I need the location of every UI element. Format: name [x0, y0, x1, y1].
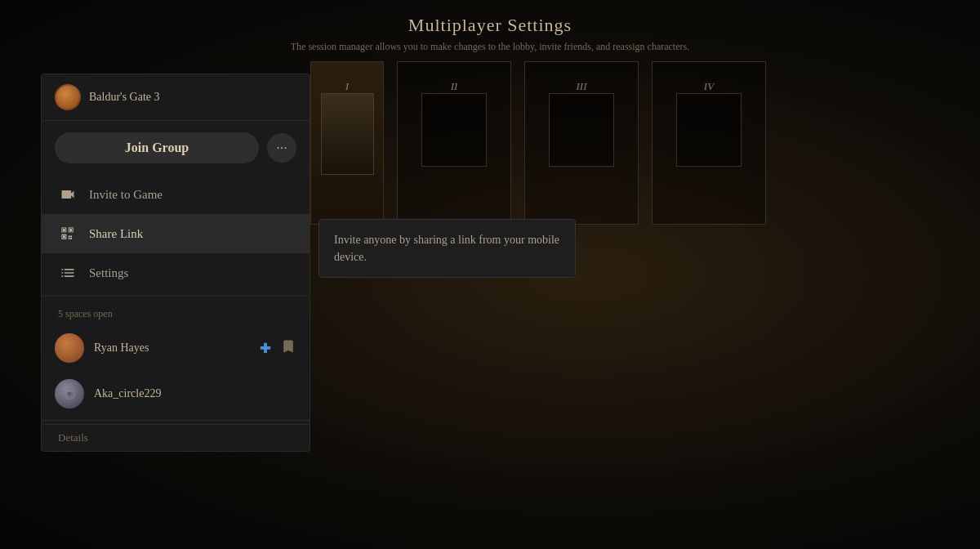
slot-4-portrait [676, 93, 742, 167]
invite-to-game-item[interactable]: Invite to Game [42, 175, 310, 214]
join-group-row: Join Group ··· [42, 121, 310, 175]
dropdown-panel: Baldur's Gate 3 Join Group ··· Invite to… [41, 74, 310, 452]
tooltip-text: Invite anyone by sharing a link from you… [334, 234, 559, 263]
share-link-item[interactable]: Share Link [42, 214, 310, 253]
slot-2-portrait [421, 93, 487, 167]
game-avatar [55, 84, 81, 110]
settings-label: Settings [89, 266, 128, 280]
share-link-icon [58, 224, 78, 243]
page-subtitle: The session manager allows you to make c… [291, 41, 689, 53]
aka-circle-name: Aka_circle229 [94, 387, 296, 400]
slot-2-label: II [451, 80, 458, 93]
slot-1-portrait [321, 93, 374, 175]
divider-2 [42, 420, 310, 421]
page-header: Multiplayer Settings The session manager… [291, 15, 689, 53]
spaces-open-label: 5 spaces open [42, 300, 310, 325]
divider-1 [42, 296, 310, 297]
bookmark-icon [280, 338, 296, 358]
game-avatar-inner [56, 86, 79, 109]
svg-point-1 [68, 392, 72, 396]
ryan-hayes-avatar [55, 333, 84, 363]
slot-1-label: I [345, 80, 349, 93]
details-label[interactable]: Details [42, 424, 310, 451]
invite-to-game-label: Invite to Game [89, 188, 163, 202]
ps-plus-icon: ✚ [260, 341, 270, 356]
page-title: Multiplayer Settings [291, 15, 689, 36]
settings-item[interactable]: Settings [42, 253, 310, 292]
slot-3[interactable]: III [524, 61, 639, 225]
settings-icon [58, 263, 78, 283]
slot-3-label: III [577, 80, 587, 93]
panel-header: Baldur's Gate 3 [42, 84, 310, 121]
slot-1[interactable]: I [310, 61, 384, 225]
aka-circle-avatar [55, 379, 84, 408]
more-dots: ··· [276, 141, 287, 155]
share-link-tooltip: Invite anyone by sharing a link from you… [318, 219, 576, 278]
user-ryan-hayes[interactable]: Ryan Hayes ✚ [42, 325, 310, 371]
user-aka-circle[interactable]: Aka_circle229 [42, 371, 310, 417]
game-title: Baldur's Gate 3 [89, 91, 296, 104]
slot-2[interactable]: II [397, 61, 511, 225]
slot-4[interactable]: IV [652, 61, 766, 225]
join-group-button[interactable]: Join Group [55, 132, 259, 163]
character-slots: I II III IV [310, 61, 766, 225]
more-options-button[interactable]: ··· [267, 133, 296, 163]
share-link-label: Share Link [89, 227, 143, 241]
slot-3-portrait [549, 93, 614, 167]
invite-icon [58, 185, 78, 204]
slot-4-label: IV [704, 80, 714, 93]
ryan-hayes-name: Ryan Hayes [94, 341, 250, 355]
